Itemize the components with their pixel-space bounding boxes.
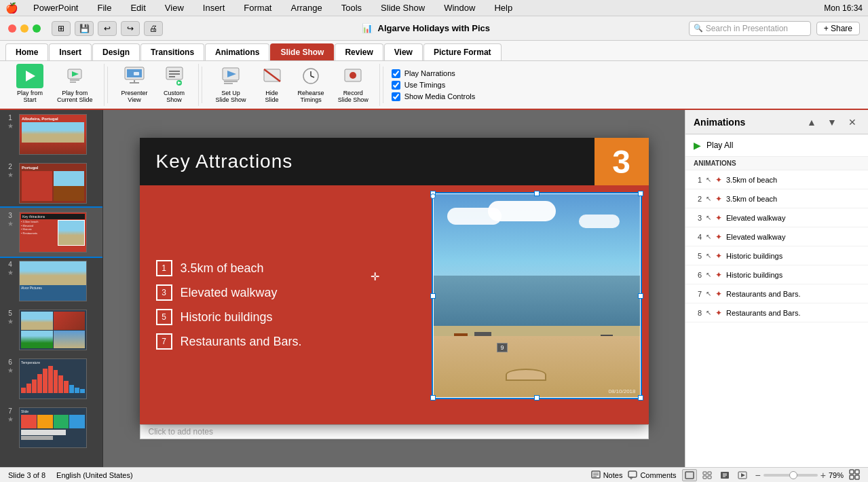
close-button[interactable]	[8, 24, 16, 33]
save-button[interactable]: 💾	[75, 21, 94, 36]
fit-screen-button[interactable]	[849, 469, 860, 481]
slide-sorter-button[interactable]	[700, 469, 715, 481]
anim-item-8[interactable]: 8 ↖ ✦ Restaurants and Bars.	[685, 303, 868, 322]
slide-thumb-1[interactable]: 1 ★ Albufeira, Portugal	[0, 110, 102, 159]
sidebar-toggle[interactable]: ⊞	[52, 21, 71, 36]
menu-help[interactable]: Help	[490, 1, 516, 14]
toolbar-icons: ⊞ 💾 ↩ ↪ 🖨	[52, 21, 163, 36]
print-button[interactable]: 🖨	[144, 21, 163, 36]
svg-rect-45	[855, 470, 859, 474]
slide-3-preview: Key Attractions • 3.5km beach• Elevated•…	[19, 212, 87, 253]
narrations-input[interactable]	[392, 69, 400, 78]
menu-arrange[interactable]: Arrange	[286, 1, 326, 14]
play-current-button[interactable]: Play fromCurrent Slide	[52, 61, 98, 106]
play-narrations-check[interactable]: Play Narrations	[392, 69, 476, 78]
slide-thumb-2[interactable]: 2 ★ Portugal	[0, 159, 102, 208]
anim-item-2[interactable]: 2 ↖ ✦ 3.5km of beach	[685, 189, 868, 208]
anim-item-4[interactable]: 4 ↖ ✦ Elevated walkway	[685, 227, 868, 246]
notes-area[interactable]: Click to add notes	[140, 424, 649, 439]
slide-image[interactable]: 08/10/2018	[432, 192, 642, 399]
menu-format[interactable]: Format	[240, 1, 276, 14]
show-media-check[interactable]: Show Media Controls	[392, 92, 476, 101]
anim-play-all[interactable]: ▶ Play All	[685, 134, 868, 157]
play-all-icon: ▶	[694, 140, 701, 151]
anim-item-5[interactable]: 5 ↖ ✦ Historic buildings	[685, 246, 868, 265]
slide-thumb-4[interactable]: 4 ★ Alvor Pictures	[0, 257, 102, 305]
slide-2-preview: Portugal	[19, 163, 87, 204]
slide-thumb-6[interactable]: 6 ★ Temperature	[0, 354, 102, 403]
photo-date: 08/10/2018	[608, 388, 635, 394]
slide-thumb-7[interactable]: 7 ★ Slide	[0, 403, 102, 452]
slide-panel: 1 ★ Albufeira, Portugal 2 ★ Portugal	[0, 110, 103, 467]
share-button[interactable]: + Share	[816, 22, 860, 35]
notes-label: Notes	[603, 471, 623, 479]
anim-up-icon[interactable]: ▲	[804, 115, 819, 130]
tab-design[interactable]: Design	[92, 43, 140, 60]
record-icon	[341, 64, 365, 88]
reading-view-button[interactable]	[717, 469, 732, 481]
apple-menu[interactable]: 🍎	[5, 2, 18, 14]
menu-edit[interactable]: Edit	[126, 1, 149, 14]
presenter-view-button[interactable]: PresenterView	[116, 61, 153, 106]
slideshow-view-button[interactable]	[735, 469, 750, 481]
media-input[interactable]	[392, 92, 400, 101]
zoom-thumb[interactable]	[789, 471, 797, 479]
bullet-text-2: Elevated walkway	[181, 286, 278, 300]
notes-button[interactable]: Notes	[591, 470, 623, 480]
canvas-area[interactable]: Key Attractions 3 1 3.5km of beach 3 Ele…	[103, 110, 685, 467]
normal-view-icon	[685, 471, 694, 479]
animations-panel: Animations ▲ ▼ ✕ ▶ Play All ANIMATIONS 1…	[685, 110, 868, 467]
anim-item-1[interactable]: 1 ↖ ✦ 3.5km of beach	[685, 170, 868, 189]
bullet-text-3: Historic buildings	[181, 310, 273, 325]
hide-icon	[260, 64, 284, 88]
anim-item-6[interactable]: 6 ↖ ✦ Historic buildings	[685, 265, 868, 284]
use-timings-check[interactable]: Use Timings	[392, 81, 476, 90]
zoom-plus[interactable]: +	[820, 470, 826, 481]
svg-rect-44	[850, 470, 854, 474]
menu-insert[interactable]: Insert	[199, 1, 229, 14]
tab-slideshow[interactable]: Slide Show	[270, 43, 334, 60]
maximize-button[interactable]	[33, 24, 41, 33]
menu-file[interactable]: File	[93, 1, 115, 14]
anim-down-icon[interactable]: ▼	[825, 115, 839, 130]
anim-item-3[interactable]: 3 ↖ ✦ Elevated walkway	[685, 208, 868, 227]
tab-home[interactable]: Home	[5, 43, 48, 60]
anim-star-5: ✦	[715, 251, 722, 261]
play-from-start-button[interactable]: Play fromStart	[11, 61, 49, 106]
bullet-num-2: 3	[156, 284, 172, 301]
zoom-slider[interactable]	[763, 474, 818, 477]
zoom-minus[interactable]: −	[755, 470, 761, 481]
anim-item-7[interactable]: 7 ↖ ✦ Restaurants and Bars.	[685, 284, 868, 303]
undo-button[interactable]: ↩	[98, 21, 117, 36]
tab-animations[interactable]: Animations	[205, 43, 269, 60]
redo-button[interactable]: ↪	[121, 21, 140, 36]
minimize-button[interactable]	[20, 24, 29, 33]
tab-picture-format[interactable]: Picture Format	[423, 43, 502, 60]
hide-slide-button[interactable]: HideSlide	[254, 61, 290, 106]
notes-placeholder[interactable]: Click to add notes	[149, 427, 213, 437]
record-button[interactable]: RecordSlide Show	[333, 61, 374, 106]
menu-slideshow[interactable]: Slide Show	[377, 1, 429, 14]
slide-thumb-3[interactable]: 3 ★ Key Attractions • 3.5km beach• Eleva…	[0, 208, 102, 257]
rehearse-button[interactable]: RehearseTimings	[293, 61, 330, 106]
comments-icon	[628, 470, 637, 480]
anim-star-7: ✦	[715, 289, 722, 299]
comments-button[interactable]: Comments	[628, 470, 676, 480]
slide-thumb-5[interactable]: 5 ★	[0, 305, 102, 354]
anim-close-icon[interactable]: ✕	[845, 115, 860, 130]
menu-tools[interactable]: Tools	[337, 1, 366, 14]
menu-powerpoint[interactable]: PowerPoint	[29, 1, 82, 14]
svg-rect-34	[703, 472, 706, 475]
tab-transitions[interactable]: Transitions	[140, 43, 204, 60]
setup-slideshow-button[interactable]: Set UpSlide Show	[210, 61, 252, 106]
normal-view-button[interactable]	[682, 469, 697, 481]
search-box[interactable]: 🔍 Search in Presentation	[689, 21, 811, 36]
custom-show-button[interactable]: CustomShow	[156, 61, 193, 106]
menu-window[interactable]: Window	[440, 1, 479, 14]
hide-label: HideSlide	[265, 90, 279, 103]
tab-review[interactable]: Review	[335, 43, 383, 60]
menu-view[interactable]: View	[161, 1, 188, 14]
tab-insert[interactable]: Insert	[49, 43, 92, 60]
timings-input[interactable]	[392, 81, 400, 90]
tab-view[interactable]: View	[384, 43, 423, 60]
